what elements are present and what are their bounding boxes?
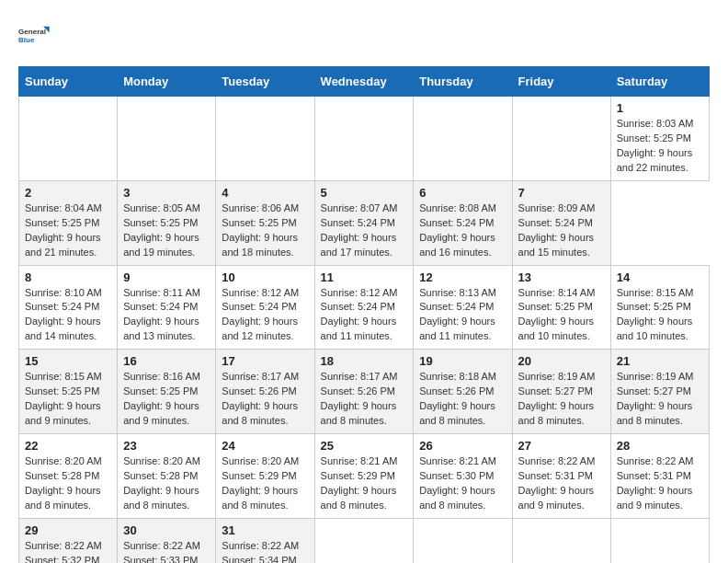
day-cell-4: 4 Sunrise: 8:06 AMSunset: 5:25 PMDayligh… [216, 180, 314, 265]
day-cell-12: 12 Sunrise: 8:13 AMSunset: 5:24 PMDaylig… [414, 265, 512, 350]
day-cell-2: 2 Sunrise: 8:04 AMSunset: 5:25 PMDayligh… [19, 180, 118, 265]
svg-text:Blue: Blue [18, 36, 35, 44]
day-cell-24: 24 Sunrise: 8:20 AMSunset: 5:29 PMDaylig… [216, 434, 314, 519]
day-number: 10 [222, 270, 308, 284]
day-info: Sunrise: 8:17 AMSunset: 5:26 PMDaylight:… [321, 370, 408, 429]
day-info: Sunrise: 8:20 AMSunset: 5:29 PMDaylight:… [222, 454, 308, 513]
day-info: Sunrise: 8:17 AMSunset: 5:26 PMDaylight:… [222, 370, 308, 429]
day-number: 11 [321, 270, 408, 284]
week-row-5: 22 Sunrise: 8:20 AMSunset: 5:28 PMDaylig… [19, 434, 710, 519]
day-cell-25: 25 Sunrise: 8:21 AMSunset: 5:29 PMDaylig… [314, 434, 414, 519]
empty-cell [216, 97, 314, 181]
logo: GeneralBlue [18, 18, 51, 52]
week-row-4: 15 Sunrise: 8:15 AMSunset: 5:25 PMDaylig… [19, 350, 710, 434]
day-info: Sunrise: 8:16 AMSunset: 5:25 PMDaylight:… [123, 370, 210, 429]
day-cell-27: 27 Sunrise: 8:22 AMSunset: 5:31 PMDaylig… [512, 434, 610, 519]
day-number: 30 [123, 523, 210, 537]
day-info: Sunrise: 8:03 AMSunset: 5:25 PMDaylight:… [617, 117, 703, 176]
day-info: Sunrise: 8:09 AMSunset: 5:24 PMDaylight:… [518, 201, 605, 260]
day-info: Sunrise: 8:20 AMSunset: 5:28 PMDaylight:… [25, 454, 111, 513]
day-cell-29: 29 Sunrise: 8:22 AMSunset: 5:32 PMDaylig… [19, 518, 118, 563]
day-cell-5: 5 Sunrise: 8:07 AMSunset: 5:24 PMDayligh… [314, 180, 414, 265]
day-cell-1: 1 Sunrise: 8:03 AMSunset: 5:25 PMDayligh… [610, 97, 709, 181]
day-number: 6 [419, 186, 506, 200]
day-info: Sunrise: 8:11 AMSunset: 5:24 PMDaylight:… [123, 286, 210, 345]
day-number: 19 [419, 354, 506, 368]
day-number: 18 [321, 354, 408, 368]
day-info: Sunrise: 8:22 AMSunset: 5:31 PMDaylight:… [617, 454, 703, 513]
empty-cell [414, 97, 512, 181]
day-number: 16 [123, 354, 210, 368]
week-row-6: 29 Sunrise: 8:22 AMSunset: 5:32 PMDaylig… [19, 518, 710, 563]
day-info: Sunrise: 8:20 AMSunset: 5:28 PMDaylight:… [123, 454, 210, 513]
calendar-table: SundayMondayTuesdayWednesdayThursdayFrid… [18, 66, 710, 563]
day-cell-18: 18 Sunrise: 8:17 AMSunset: 5:26 PMDaylig… [314, 350, 414, 434]
day-number: 2 [25, 186, 111, 200]
day-cell-20: 20 Sunrise: 8:19 AMSunset: 5:27 PMDaylig… [512, 350, 610, 434]
day-number: 13 [518, 270, 605, 284]
day-info: Sunrise: 8:22 AMSunset: 5:32 PMDaylight:… [25, 539, 111, 563]
day-info: Sunrise: 8:04 AMSunset: 5:25 PMDaylight:… [25, 201, 111, 260]
day-cell-3: 3 Sunrise: 8:05 AMSunset: 5:25 PMDayligh… [118, 180, 216, 265]
day-number: 17 [222, 354, 308, 368]
empty-cell [118, 97, 216, 181]
empty-cell [314, 97, 414, 181]
logo-icon: GeneralBlue [18, 18, 51, 52]
day-number: 26 [419, 439, 506, 453]
empty-cell [314, 518, 414, 563]
day-cell-16: 16 Sunrise: 8:16 AMSunset: 5:25 PMDaylig… [118, 350, 216, 434]
day-cell-6: 6 Sunrise: 8:08 AMSunset: 5:24 PMDayligh… [414, 180, 512, 265]
day-header-friday: Friday [512, 67, 610, 97]
day-number: 23 [123, 439, 210, 453]
day-number: 7 [518, 186, 605, 200]
week-row-1: 1 Sunrise: 8:03 AMSunset: 5:25 PMDayligh… [19, 97, 710, 181]
day-number: 15 [25, 354, 111, 368]
day-info: Sunrise: 8:12 AMSunset: 5:24 PMDaylight:… [321, 286, 408, 345]
day-cell-26: 26 Sunrise: 8:21 AMSunset: 5:30 PMDaylig… [414, 434, 512, 519]
week-row-2: 2 Sunrise: 8:04 AMSunset: 5:25 PMDayligh… [19, 180, 710, 265]
day-cell-9: 9 Sunrise: 8:11 AMSunset: 5:24 PMDayligh… [118, 265, 216, 350]
day-number: 4 [222, 186, 308, 200]
day-header-monday: Monday [118, 67, 216, 97]
day-number: 9 [123, 270, 210, 284]
day-info: Sunrise: 8:07 AMSunset: 5:24 PMDaylight:… [321, 201, 408, 260]
day-info: Sunrise: 8:19 AMSunset: 5:27 PMDaylight:… [518, 370, 605, 429]
day-number: 24 [222, 439, 308, 453]
day-cell-8: 8 Sunrise: 8:10 AMSunset: 5:24 PMDayligh… [19, 265, 118, 350]
day-number: 5 [321, 186, 408, 200]
empty-cell [512, 97, 610, 181]
day-cell-23: 23 Sunrise: 8:20 AMSunset: 5:28 PMDaylig… [118, 434, 216, 519]
day-number: 1 [617, 101, 703, 115]
day-info: Sunrise: 8:12 AMSunset: 5:24 PMDaylight:… [222, 286, 308, 345]
day-header-saturday: Saturday [610, 67, 709, 97]
day-number: 3 [123, 186, 210, 200]
day-cell-13: 13 Sunrise: 8:14 AMSunset: 5:25 PMDaylig… [512, 265, 610, 350]
day-cell-22: 22 Sunrise: 8:20 AMSunset: 5:28 PMDaylig… [19, 434, 118, 519]
day-number: 21 [617, 354, 703, 368]
day-number: 28 [617, 439, 703, 453]
day-number: 31 [222, 523, 308, 537]
day-info: Sunrise: 8:19 AMSunset: 5:27 PMDaylight:… [617, 370, 703, 429]
empty-cell [512, 518, 610, 563]
day-info: Sunrise: 8:15 AMSunset: 5:25 PMDaylight:… [617, 286, 703, 345]
day-header-thursday: Thursday [414, 67, 512, 97]
empty-cell [610, 518, 709, 563]
day-number: 14 [617, 270, 703, 284]
day-header-tuesday: Tuesday [216, 67, 314, 97]
day-info: Sunrise: 8:22 AMSunset: 5:31 PMDaylight:… [518, 454, 605, 513]
week-row-3: 8 Sunrise: 8:10 AMSunset: 5:24 PMDayligh… [19, 265, 710, 350]
day-info: Sunrise: 8:06 AMSunset: 5:25 PMDaylight:… [222, 201, 308, 260]
day-cell-17: 17 Sunrise: 8:17 AMSunset: 5:26 PMDaylig… [216, 350, 314, 434]
day-header-sunday: Sunday [19, 67, 118, 97]
page-header: GeneralBlue [18, 18, 710, 52]
day-info: Sunrise: 8:18 AMSunset: 5:26 PMDaylight:… [419, 370, 506, 429]
day-cell-21: 21 Sunrise: 8:19 AMSunset: 5:27 PMDaylig… [610, 350, 709, 434]
day-number: 12 [419, 270, 506, 284]
day-info: Sunrise: 8:22 AMSunset: 5:33 PMDaylight:… [123, 539, 210, 563]
day-cell-10: 10 Sunrise: 8:12 AMSunset: 5:24 PMDaylig… [216, 265, 314, 350]
day-info: Sunrise: 8:15 AMSunset: 5:25 PMDaylight:… [25, 370, 111, 429]
day-info: Sunrise: 8:08 AMSunset: 5:24 PMDaylight:… [419, 201, 506, 260]
day-cell-14: 14 Sunrise: 8:15 AMSunset: 5:25 PMDaylig… [610, 265, 709, 350]
day-number: 8 [25, 270, 111, 284]
day-header-wednesday: Wednesday [314, 67, 414, 97]
